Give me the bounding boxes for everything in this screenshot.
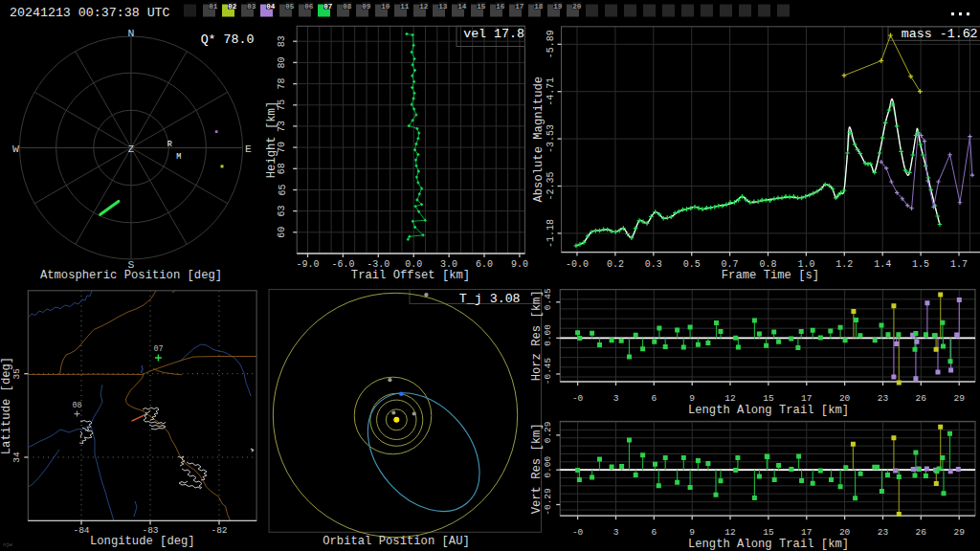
- svg-text:17: 17: [515, 3, 523, 11]
- svg-text:75: 75: [278, 99, 288, 111]
- svg-text:02: 02: [228, 3, 237, 11]
- svg-text:68: 68: [278, 163, 288, 174]
- svg-text:16: 16: [496, 3, 505, 11]
- svg-text:01: 01: [209, 3, 218, 11]
- svg-text:Vert Res [km]: Vert Res [km]: [530, 423, 544, 514]
- svg-text:0.5: 0.5: [683, 259, 701, 270]
- svg-text:-9.0: -9.0: [296, 259, 319, 270]
- svg-text:-4.71: -4.71: [546, 77, 556, 106]
- svg-text:R: R: [167, 140, 172, 149]
- svg-text:35: 35: [11, 368, 22, 380]
- svg-text:60: 60: [278, 227, 288, 238]
- svg-text:T_j 3.08: T_j 3.08: [459, 292, 521, 306]
- svg-text:Horz Res [km]: Horz Res [km]: [530, 290, 544, 381]
- svg-text:34: 34: [11, 452, 22, 463]
- svg-text:-0.0: -0.0: [566, 259, 589, 270]
- svg-text:1.5: 1.5: [912, 259, 929, 270]
- svg-text:3: 3: [613, 393, 619, 404]
- svg-text:0.0: 0.0: [405, 259, 422, 270]
- svg-text:20: 20: [839, 393, 851, 404]
- svg-text:Length Along Trail [km]: Length Along Trail [km]: [688, 404, 849, 417]
- svg-text:05: 05: [285, 3, 295, 11]
- svg-text:29: 29: [953, 393, 965, 404]
- svg-text:12: 12: [419, 3, 429, 11]
- svg-text:Z: Z: [128, 143, 134, 155]
- svg-text:15: 15: [763, 393, 774, 404]
- svg-text:-0: -0: [572, 393, 584, 404]
- svg-text:-5.89: -5.89: [546, 30, 556, 58]
- svg-text:Frame Time [s]: Frame Time [s]: [722, 269, 819, 282]
- svg-text:9: 9: [689, 527, 695, 538]
- svg-text:14: 14: [457, 3, 467, 11]
- svg-text:6.0: 6.0: [476, 259, 493, 270]
- svg-text:11: 11: [400, 3, 410, 11]
- svg-text:15: 15: [763, 527, 774, 538]
- svg-text:03: 03: [247, 3, 256, 11]
- svg-text:17: 17: [801, 527, 812, 538]
- svg-text:1.7: 1.7: [950, 259, 968, 270]
- svg-text:3: 3: [613, 527, 619, 538]
- svg-text:Absolute Magnitude: Absolute Magnitude: [532, 77, 546, 203]
- svg-text:-3.53: -3.53: [546, 124, 556, 153]
- svg-text:08: 08: [343, 3, 352, 11]
- svg-text:Orbital Position [AU]: Orbital Position [AU]: [323, 535, 470, 548]
- svg-text:Q* 78.0: Q* 78.0: [201, 33, 255, 47]
- svg-text:Trail Offset [km]: Trail Offset [km]: [351, 269, 470, 282]
- svg-text:07: 07: [153, 344, 163, 354]
- svg-text:20: 20: [839, 527, 851, 538]
- svg-text:26: 26: [916, 393, 927, 404]
- svg-text:04: 04: [266, 3, 276, 11]
- svg-text:6: 6: [651, 527, 657, 538]
- svg-text:-82: -82: [211, 525, 227, 536]
- svg-text:70: 70: [278, 142, 288, 153]
- svg-text:-0: -0: [572, 527, 584, 538]
- svg-text:0.3: 0.3: [645, 259, 662, 270]
- svg-text:E: E: [245, 143, 252, 155]
- svg-text:Atmospheric Position [deg]: Atmospheric Position [deg]: [40, 269, 222, 282]
- svg-text:M: M: [176, 152, 181, 162]
- svg-text:63: 63: [278, 206, 288, 217]
- svg-text:13: 13: [438, 3, 448, 11]
- svg-text:18: 18: [534, 3, 544, 11]
- svg-text:mass -1.62: mass -1.62: [902, 27, 978, 41]
- svg-text:07: 07: [323, 3, 332, 11]
- svg-text:26: 26: [916, 527, 927, 538]
- svg-text:N: N: [128, 27, 135, 39]
- svg-text:njw: njw: [3, 541, 13, 548]
- svg-text:6: 6: [651, 393, 657, 404]
- svg-text:Longitude [deg]: Longitude [deg]: [90, 535, 195, 548]
- svg-text:1.2: 1.2: [835, 259, 853, 270]
- svg-text:23: 23: [878, 393, 889, 404]
- svg-text:-2.35: -2.35: [546, 171, 556, 200]
- svg-text:Height [km]: Height [km]: [265, 101, 278, 178]
- svg-text:9: 9: [689, 393, 695, 404]
- svg-text:09: 09: [362, 3, 371, 11]
- svg-text:78: 78: [278, 78, 288, 90]
- svg-text:15: 15: [477, 3, 486, 11]
- svg-text:80: 80: [278, 56, 288, 68]
- svg-text:-3.0: -3.0: [367, 259, 390, 270]
- svg-text:W: W: [12, 143, 19, 155]
- svg-text:9.0: 9.0: [511, 259, 528, 270]
- svg-text:12: 12: [724, 527, 736, 538]
- svg-text:Length Along Trail [km]: Length Along Trail [km]: [688, 538, 849, 551]
- svg-text:-84: -84: [73, 525, 89, 536]
- svg-text:73: 73: [278, 121, 288, 132]
- svg-text:-1.18: -1.18: [546, 219, 556, 248]
- svg-text:29: 29: [953, 527, 965, 538]
- svg-text:17: 17: [801, 393, 812, 404]
- svg-text:vel 17.8: vel 17.8: [463, 27, 524, 41]
- svg-text:83: 83: [278, 35, 288, 47]
- svg-text:08: 08: [72, 401, 81, 410]
- svg-text:19: 19: [553, 3, 563, 11]
- svg-text:0.2: 0.2: [607, 259, 624, 270]
- svg-text:23: 23: [878, 527, 889, 538]
- svg-text:65: 65: [278, 184, 288, 195]
- svg-text:1.4: 1.4: [874, 259, 891, 270]
- svg-text:20: 20: [572, 3, 582, 11]
- svg-text:10: 10: [381, 3, 390, 11]
- svg-text:3.0: 3.0: [440, 259, 457, 270]
- svg-text:-6.0: -6.0: [331, 259, 354, 270]
- svg-text:12: 12: [724, 393, 736, 404]
- svg-text:06: 06: [304, 3, 314, 11]
